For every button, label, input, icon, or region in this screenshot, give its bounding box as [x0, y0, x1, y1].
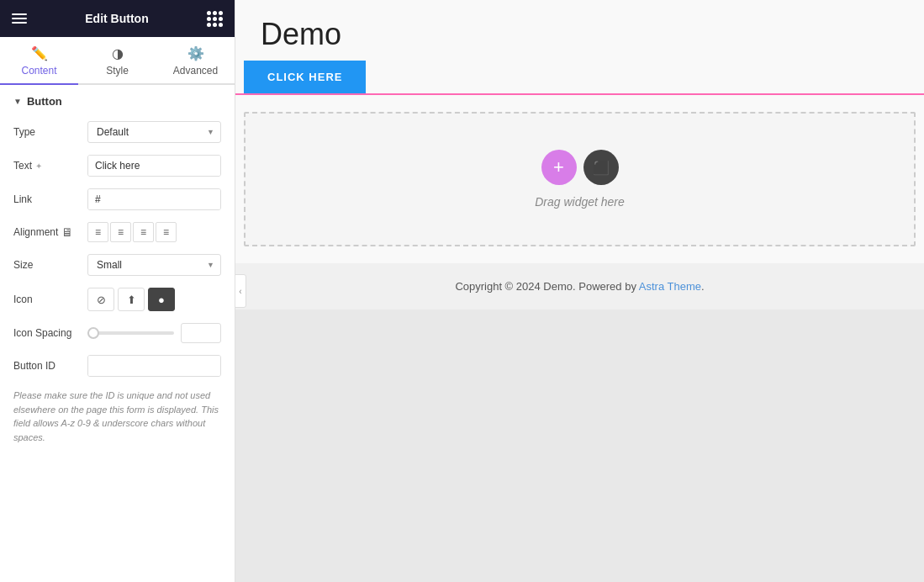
type-label: Type	[13, 126, 81, 138]
text-input-group: ☰	[87, 155, 221, 177]
drag-action-buttons: + ⬛	[541, 150, 619, 185]
icon-upload-btn[interactable]: ⬆	[118, 288, 145, 311]
type-select[interactable]: Default Info Success Warning Danger	[87, 121, 221, 143]
text-label: Text ✦	[13, 160, 81, 172]
add-widget-button[interactable]: +	[541, 150, 577, 185]
link-input[interactable]	[88, 189, 221, 209]
tab-style-label: Style	[106, 65, 129, 77]
selection-line	[235, 93, 924, 95]
tab-content[interactable]: ✏️ Content	[0, 37, 78, 85]
footer: Copyright © 2024 Demo. Powered by Astra …	[235, 263, 924, 310]
tab-content-label: Content	[21, 65, 56, 77]
top-bar: Edit Button	[0, 0, 235, 37]
tabs: ✏️ Content ◑ Style ⚙️ Advanced	[0, 37, 235, 85]
astra-theme-link[interactable]: Astra Theme	[639, 280, 701, 293]
right-panel: ‹ Demo CLICK HERE + ⬛ Drag widget here C…	[235, 0, 924, 582]
style-tab-icon: ◑	[112, 45, 124, 61]
tab-advanced-label: Advanced	[173, 65, 218, 77]
icon-spacing-row: Icon Spacing	[13, 323, 221, 343]
click-here-area: CLICK HERE	[235, 61, 924, 93]
link-input-group: ⚙ ☰	[87, 188, 221, 210]
text-row: Text ✦ ☰	[13, 155, 221, 177]
button-section-heading: ▼ Button	[13, 95, 221, 108]
widget-type-button[interactable]: ⬛	[583, 150, 619, 185]
footer-text: Copyright © 2024 Demo. Powered by	[455, 280, 638, 293]
type-select-wrapper: Default Info Success Warning Danger	[87, 121, 221, 143]
tab-advanced[interactable]: ⚙️ Advanced	[156, 37, 235, 85]
link-row: Link ⚙ ☰	[13, 188, 221, 210]
alignment-row: Alignment 🖥 ≡ ≡ ≡ ≡	[13, 222, 221, 242]
icon-row: Icon ⊘ ⬆ ●	[13, 288, 221, 311]
content-tab-icon: ✏️	[31, 45, 48, 61]
slider-track[interactable]	[87, 331, 174, 335]
button-id-group: ☰	[87, 355, 221, 377]
demo-title: Demo	[235, 0, 924, 61]
icon-options: ⊘ ⬆ ●	[87, 288, 221, 311]
text-dynamic-icon: ✦	[35, 161, 42, 171]
panel-content: ▼ Button Type Default Info Success Warni…	[0, 85, 235, 582]
button-id-label: Button ID	[13, 360, 81, 372]
align-right-btn[interactable]: ≡	[133, 222, 154, 242]
button-id-row: Button ID ☰	[13, 355, 221, 377]
section-heading-label: Button	[27, 95, 62, 108]
tab-style[interactable]: ◑ Style	[78, 37, 156, 85]
text-input[interactable]	[88, 156, 221, 176]
drag-widget-label: Drag widget here	[535, 195, 625, 209]
size-select-wrapper: Small Medium Large Extra Large	[87, 254, 221, 276]
collapse-handle[interactable]: ‹	[235, 274, 246, 308]
drag-widget-area[interactable]: + ⬛ Drag widget here	[244, 112, 916, 246]
icon-none-btn[interactable]: ⊘	[87, 288, 114, 311]
icon-circle-btn[interactable]: ●	[148, 288, 175, 311]
align-center-btn[interactable]: ≡	[110, 222, 131, 242]
gray-bottom-area	[235, 310, 924, 582]
slider-thumb[interactable]	[87, 327, 99, 339]
size-select[interactable]: Small Medium Large Extra Large	[87, 254, 221, 276]
type-row: Type Default Info Success Warning Danger	[13, 121, 221, 143]
size-row: Size Small Medium Large Extra Large	[13, 254, 221, 276]
screen-icon: 🖥	[61, 225, 73, 239]
slider-row	[87, 323, 221, 343]
footer-suffix: .	[701, 280, 705, 293]
icon-label: Icon	[13, 294, 81, 305]
alignment-buttons: ≡ ≡ ≡ ≡	[87, 222, 221, 242]
alignment-label: Alignment 🖥	[13, 225, 81, 239]
advanced-tab-icon: ⚙️	[187, 45, 204, 61]
icon-spacing-label: Icon Spacing	[13, 327, 81, 339]
grid-icon[interactable]	[207, 11, 223, 27]
link-label: Link	[13, 193, 81, 205]
panel-title: Edit Button	[85, 12, 148, 25]
align-left-btn[interactable]: ≡	[87, 222, 108, 242]
click-here-button[interactable]: CLICK HERE	[244, 61, 366, 93]
slider-value-input[interactable]	[181, 323, 221, 343]
left-panel: Edit Button ✏️ Content ◑ Style ⚙️ Advanc…	[0, 0, 235, 582]
button-id-input[interactable]	[88, 356, 221, 376]
align-justify-btn[interactable]: ≡	[156, 222, 177, 242]
section-arrow-icon: ▼	[13, 97, 22, 106]
size-label: Size	[13, 259, 81, 271]
hamburger-icon[interactable]	[12, 13, 27, 24]
button-id-note: Please make sure the ID is unique and no…	[13, 389, 221, 444]
